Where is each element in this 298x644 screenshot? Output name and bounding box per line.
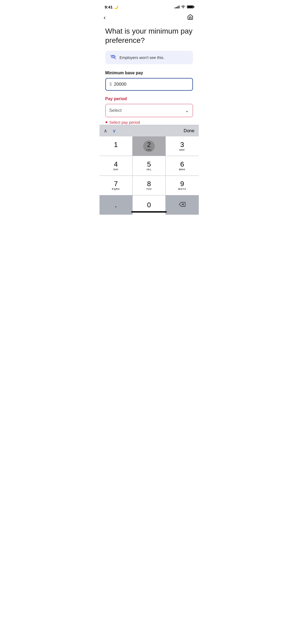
- pay-input-container[interactable]: $: [105, 78, 193, 91]
- keyboard-toolbar: ∧ ∨ Done: [100, 125, 199, 136]
- done-button[interactable]: Done: [184, 128, 195, 134]
- error-text: Select pay period: [109, 120, 140, 125]
- nav-bar: ‹: [100, 12, 199, 24]
- error-icon: ●: [105, 120, 108, 125]
- key-dot[interactable]: .: [100, 195, 132, 215]
- key-7[interactable]: 7 PQRS: [100, 176, 132, 195]
- backspace-icon: [179, 202, 186, 208]
- keypad-grid: 1 2 ABC 3 DEF 4 GHI 5 JKL 6 MNO 7 PQRS: [100, 136, 199, 215]
- wifi-icon: [181, 5, 185, 9]
- key-6[interactable]: 6 MNO: [166, 156, 198, 175]
- key-3[interactable]: 3 DEF: [166, 136, 198, 156]
- pay-period-label: Pay period: [105, 96, 193, 101]
- page-title: What is your minimum pay preference?: [105, 26, 193, 45]
- pay-period-select[interactable]: Select ⌄: [105, 104, 193, 117]
- home-button[interactable]: [187, 14, 193, 22]
- toolbar-arrows: ∧ ∨: [104, 128, 116, 134]
- privacy-banner: Employers won't see this.: [105, 51, 193, 64]
- minimum-pay-input[interactable]: [114, 82, 188, 87]
- minimum-base-pay-label: Minimum base pay: [105, 71, 193, 75]
- error-row: ● Select pay period: [105, 120, 193, 125]
- status-icons: [175, 5, 193, 9]
- home-indicator: [131, 211, 167, 213]
- chevron-down-icon: ⌄: [185, 108, 189, 113]
- back-button[interactable]: ‹: [104, 15, 106, 21]
- key-9[interactable]: 9 WXYZ: [166, 176, 198, 195]
- arrow-down-button[interactable]: ∨: [112, 128, 116, 134]
- select-placeholder: Select: [109, 108, 122, 113]
- battery-icon: [187, 5, 193, 8]
- key-8[interactable]: 8 TUV: [133, 176, 165, 195]
- key-backspace[interactable]: [166, 195, 198, 215]
- key-4[interactable]: 4 GHI: [100, 156, 132, 175]
- hidden-icon: [110, 54, 116, 61]
- signal-icon: [175, 5, 179, 8]
- key-1[interactable]: 1: [100, 136, 132, 156]
- moon-icon: 🌙: [114, 5, 118, 9]
- key-2[interactable]: 2 ABC: [133, 136, 165, 156]
- key-5[interactable]: 5 JKL: [133, 156, 165, 175]
- time-label: 9:41: [105, 5, 113, 9]
- status-time: 9:41 🌙: [105, 5, 118, 9]
- arrow-up-button[interactable]: ∧: [104, 128, 107, 134]
- dollar-sign: $: [110, 82, 112, 87]
- privacy-text: Employers won't see this.: [120, 55, 165, 60]
- numeric-keypad: 1 2 ABC 3 DEF 4 GHI 5 JKL 6 MNO 7 PQRS: [100, 136, 199, 215]
- status-bar: 9:41 🌙: [100, 0, 199, 12]
